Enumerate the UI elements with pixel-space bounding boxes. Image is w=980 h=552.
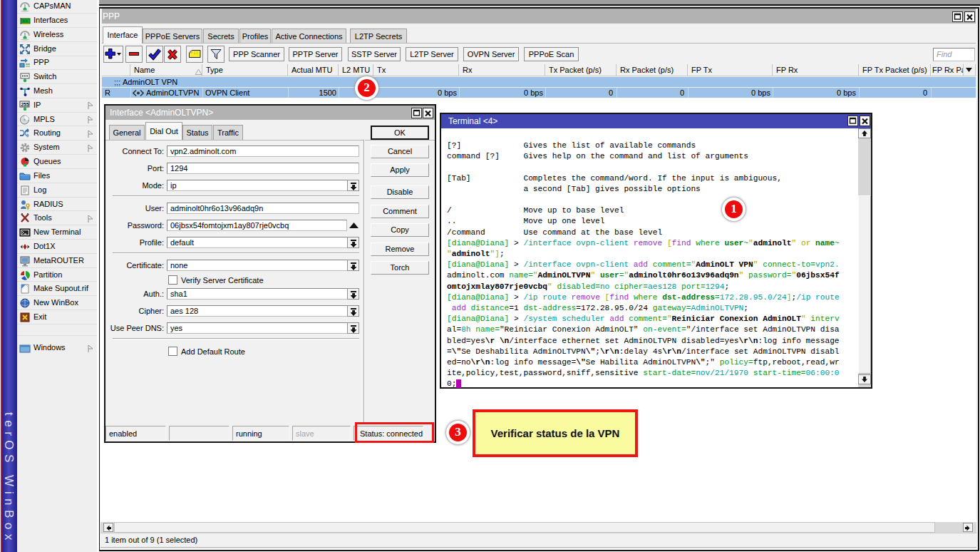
svg-text:255: 255 (21, 102, 29, 107)
